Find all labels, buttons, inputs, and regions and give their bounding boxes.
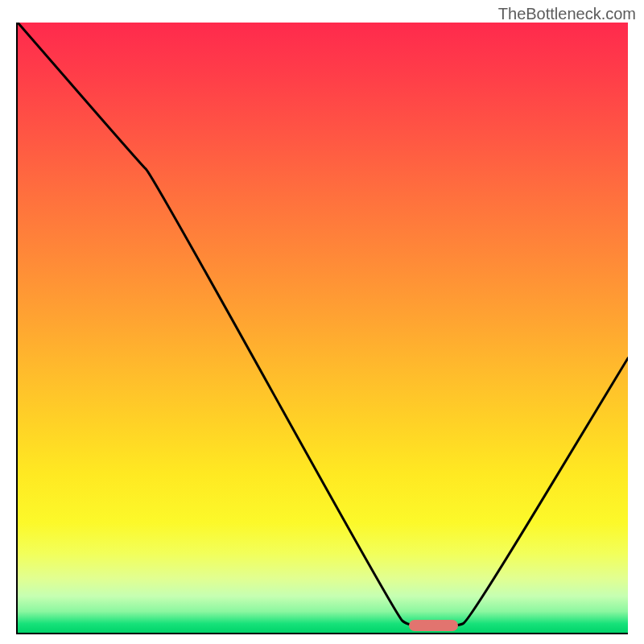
optimal-marker bbox=[409, 620, 458, 631]
plot-area bbox=[16, 23, 628, 634]
curve-svg bbox=[18, 23, 628, 633]
bottleneck-curve bbox=[18, 23, 628, 626]
chart-container: TheBottleneck.com bbox=[0, 0, 644, 644]
watermark-text: TheBottleneck.com bbox=[498, 5, 636, 23]
